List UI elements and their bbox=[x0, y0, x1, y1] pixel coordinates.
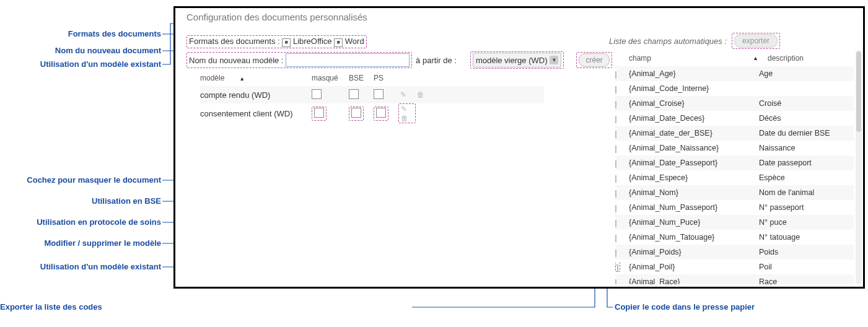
fields-table-head: champ ▲ description bbox=[615, 50, 854, 66]
field-row[interactable]: {Animal_Nom}Nom de l'animal bbox=[615, 185, 854, 200]
formats-label: Formats des documents : bbox=[189, 37, 280, 46]
models-table-head: modèle▲ masqué BSE PS bbox=[200, 70, 544, 86]
col-bse[interactable]: BSE bbox=[349, 74, 374, 82]
create-button[interactable]: créer bbox=[579, 53, 609, 67]
field-row[interactable]: {Animal_Espece}Espèce bbox=[615, 170, 854, 185]
new-model-label: Nom du nouveau modèle : bbox=[189, 56, 283, 65]
page-icon bbox=[615, 69, 616, 79]
checkbox-word[interactable]: ■ bbox=[334, 38, 343, 47]
field-code: {Animal_Date_Naissance} bbox=[629, 144, 759, 152]
checkbox-ps[interactable] bbox=[376, 108, 386, 118]
col-champ[interactable]: champ bbox=[629, 54, 753, 63]
field-code: {Animal_Croise} bbox=[629, 99, 759, 108]
field-code: {Animal_date_der_BSE} bbox=[629, 129, 759, 137]
col-masque[interactable]: masqué bbox=[312, 74, 349, 82]
checkbox-libreoffice[interactable]: ■ bbox=[282, 38, 291, 47]
field-row[interactable]: {Animal_Date_Deces}Décès bbox=[615, 111, 854, 126]
apartir-label: à partir de : bbox=[416, 56, 457, 65]
field-desc: N° passeport bbox=[759, 203, 854, 212]
fields-scrollbar[interactable] bbox=[856, 50, 862, 284]
field-row[interactable]: {Animal_date_der_BSE}Date du dernier BSE bbox=[615, 126, 854, 141]
export-button[interactable]: exporter bbox=[734, 34, 778, 48]
field-desc: N° puce bbox=[759, 218, 854, 227]
checkbox-bse[interactable] bbox=[349, 89, 359, 99]
field-desc: Poil bbox=[759, 263, 854, 271]
checkbox-bse[interactable] bbox=[351, 108, 361, 118]
field-code: {Animal_Num_Puce} bbox=[629, 218, 759, 227]
field-code: {Animal_Num_Tatouage} bbox=[629, 233, 759, 242]
field-row[interactable]: {Animal_Num_Passeport}N° passeport bbox=[615, 200, 854, 215]
field-desc: Date passeport bbox=[759, 159, 854, 167]
fields-header: Liste des champs automatiques : exporter bbox=[609, 33, 780, 49]
page-icon bbox=[615, 232, 616, 242]
field-row[interactable]: {Animal_Croise}Croisé bbox=[615, 96, 854, 111]
callout-hide: Cochez pour masquer le document bbox=[0, 175, 161, 185]
model-source-combo[interactable]: modèle vierge (WD) ▼ bbox=[473, 53, 562, 68]
sort-asc-icon: ▲ bbox=[239, 76, 245, 82]
field-code: {Animal_Date_Deces} bbox=[629, 114, 759, 123]
page-icon bbox=[615, 128, 616, 138]
col-modele[interactable]: modèle bbox=[200, 74, 224, 82]
callout-ps: Utilisation en protocole de soins bbox=[0, 217, 161, 227]
callout-existing1: Utilisation d'un modèle existant bbox=[0, 59, 161, 69]
field-code: {Animal_Poids} bbox=[629, 248, 759, 256]
fields-table: champ ▲ description {Animal_Age}Age{Anim… bbox=[615, 50, 854, 284]
checkbox-masque[interactable] bbox=[314, 108, 324, 118]
scrollbar-thumb[interactable] bbox=[856, 51, 861, 132]
field-desc: Age bbox=[759, 69, 854, 78]
col-description[interactable]: description bbox=[761, 54, 854, 63]
field-row[interactable]: {Animal_Num_Tatouage}N° tatouage bbox=[615, 230, 854, 245]
checkbox-masque[interactable] bbox=[312, 89, 322, 99]
page-icon bbox=[615, 188, 616, 198]
field-row[interactable]: {Animal_Age}Age bbox=[615, 66, 854, 81]
field-row[interactable]: {Animal_Num_Puce}N° puce bbox=[615, 215, 854, 230]
field-row[interactable]: {Animal_Race}Race bbox=[615, 274, 854, 284]
combo-value: modèle vierge (WD) bbox=[476, 56, 548, 65]
format-opt-word: Word bbox=[345, 37, 364, 46]
models-table: modèle▲ masqué BSE PS compte rendu (WD) … bbox=[200, 70, 544, 121]
field-desc: Race bbox=[759, 277, 854, 284]
field-code: {Animal_Espece} bbox=[629, 173, 759, 182]
page-icon bbox=[615, 84, 616, 94]
callout-export: Exporter la liste des codes bbox=[0, 302, 102, 312]
field-row[interactable]: {Animal_Poids}Poids bbox=[615, 245, 854, 259]
edit-icon[interactable]: ✎ bbox=[401, 105, 407, 113]
new-model-input[interactable] bbox=[286, 53, 410, 67]
callout-newdoc: Nom du nouveau document bbox=[0, 46, 161, 55]
field-desc: Espèce bbox=[759, 173, 854, 182]
combo-wrap: modèle vierge (WD) ▼ bbox=[470, 51, 564, 69]
field-code: {Animal_Date_Passeport} bbox=[629, 159, 759, 167]
field-row[interactable]: {Animal_Date_Naissance}Naissance bbox=[615, 141, 854, 155]
field-row[interactable]: {Animal_Poil}Poil bbox=[615, 259, 854, 274]
checkbox-ps[interactable] bbox=[374, 89, 384, 99]
page-icon bbox=[615, 143, 616, 153]
field-desc: Poids bbox=[759, 248, 854, 256]
callout-existing2: Utilisation d'un modèle existant bbox=[0, 262, 161, 271]
formats-row: Formats des documents : ■ LibreOffice ■ … bbox=[186, 35, 367, 48]
delete-icon[interactable]: 🗑 bbox=[416, 90, 426, 99]
page-icon bbox=[615, 247, 616, 257]
panel-title: Configuration des documents personnalisé… bbox=[186, 12, 367, 22]
field-desc: Nom de l'animal bbox=[759, 188, 854, 197]
edit-icon[interactable]: ✎ bbox=[398, 90, 408, 99]
model-name: compte rendu (WD) bbox=[200, 90, 312, 100]
delete-icon[interactable]: 🗑 bbox=[401, 114, 408, 123]
field-code: {Animal_Poil} bbox=[629, 263, 759, 271]
chevron-down-icon: ▼ bbox=[550, 56, 558, 64]
field-desc: Date du dernier BSE bbox=[759, 129, 854, 137]
col-ps[interactable]: PS bbox=[374, 74, 398, 82]
field-code: {Animal_Nom} bbox=[629, 188, 759, 197]
page-icon bbox=[615, 173, 616, 183]
export-wrap: exporter bbox=[732, 33, 780, 49]
field-code: {Animal_Age} bbox=[629, 69, 759, 78]
format-opt-libreoffice: LibreOffice bbox=[293, 37, 332, 46]
new-model-label-wrap: Nom du nouveau modèle : bbox=[186, 52, 412, 68]
create-wrap: créer bbox=[576, 52, 612, 68]
config-panel: Configuration des documents personnalisé… bbox=[173, 6, 865, 289]
page-icon bbox=[615, 98, 616, 108]
new-model-row: Nom du nouveau modèle : à partir de : mo… bbox=[186, 51, 612, 69]
field-code: {Animal_Code_Interne} bbox=[629, 84, 759, 93]
callout-formats: Formats des documents bbox=[0, 29, 161, 38]
field-row[interactable]: {Animal_Date_Passeport}Date passeport bbox=[615, 155, 854, 170]
field-row[interactable]: {Animal_Code_Interne} bbox=[615, 81, 854, 96]
